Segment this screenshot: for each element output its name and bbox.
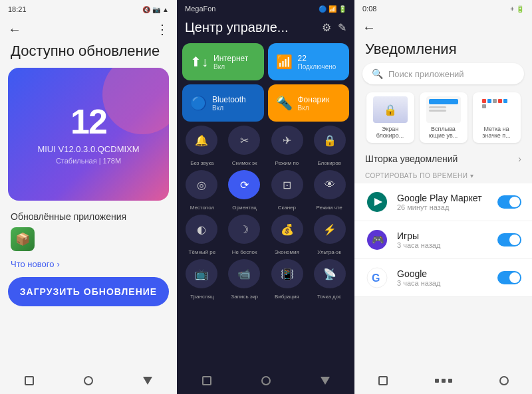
back-icon[interactable]: ← (8, 22, 21, 37)
notification-preview-row: 🔒 Экран блокиро... Всплыва ющие ув... (354, 92, 532, 151)
play-app-icon (365, 190, 389, 214)
preview-lock-screen[interactable]: 🔒 Экран блокиро... (366, 92, 414, 143)
stable-label: Стабильная | 178M (56, 157, 121, 165)
statusbar-panel1: 18:21 🔇 📷 ▲ (0, 0, 177, 19)
nav-back-icon[interactable] (143, 377, 152, 385)
time-label-p3: 0:08 (362, 5, 376, 13)
bluetooth-label: Bluetooth (212, 95, 246, 104)
download-button[interactable]: ЗАГРУЗИТЬ ОБНОВЛЕНИЕ (8, 277, 169, 306)
notification-shade-section[interactable]: Шторка уведомлений › (354, 151, 532, 168)
nav-back-icon-p2[interactable] (321, 377, 330, 385)
more-icon[interactable]: ⋮ (156, 21, 169, 37)
edit-icon[interactable]: ✎ (338, 21, 346, 34)
airplane-tile[interactable]: ✈ (271, 126, 303, 155)
panel-update: 18:21 🔇 📷 ▲ ← ⋮ Доступно обновление 12 M… (0, 0, 177, 394)
updated-section: Обновлённые приложения 📦 (0, 211, 177, 259)
small-label-row-4: Трансляц Запись экр Вибрация Точка дос (182, 294, 349, 300)
card-decoration (102, 68, 169, 134)
internet-status: Вкл (213, 63, 248, 70)
navbar-panel3 (354, 367, 532, 394)
scanner-tile[interactable]: ⊡ (271, 170, 303, 199)
app-item-play: Google Play Маркет 26 минут назад (354, 183, 532, 221)
miui-logo: 12 (70, 104, 106, 139)
search-icon: 🔍 (372, 68, 383, 79)
google-toggle[interactable] (497, 271, 521, 284)
preview-badge-label: Метка на значке п... (477, 126, 517, 139)
readingmode-tile[interactable]: 👁 (314, 170, 346, 199)
mute-label: Без звука (186, 160, 218, 166)
economy-label: Экономия (271, 249, 303, 255)
cast-tile[interactable]: 📺 (186, 259, 217, 288)
lock-tile[interactable]: 🔒 (314, 126, 346, 155)
flashlight-tile[interactable]: 🔦 Фонарик Вкл (268, 84, 350, 122)
topbar-panel1: ← ⋮ (0, 19, 177, 43)
nav-home-icon-p3[interactable] (378, 376, 388, 385)
internet-tile[interactable]: ⬆↓ Интернет Вкл (182, 43, 264, 80)
settings-icon[interactable]: ⚙ (322, 21, 331, 34)
internet-label: Интернет (213, 54, 248, 63)
dnd-tile[interactable]: ☽ (228, 215, 260, 244)
screenrecord-label: Запись экр (229, 294, 261, 300)
battery-saver-tile[interactable]: 💰 (271, 215, 303, 244)
small-label-row-3: Тёмный ре Не беспок Экономия Ультра-эк (182, 249, 349, 255)
ultra-save-tile[interactable]: ⚡ (314, 215, 346, 244)
play-app-time: 26 минут назад (397, 203, 489, 211)
location-tile[interactable]: ◎ (186, 170, 217, 199)
page-title: Доступно обновление (0, 43, 177, 68)
wifi-tile[interactable]: 📶 22 Подключено (268, 43, 350, 80)
nav-home-icon[interactable] (25, 376, 34, 385)
internet-icon: ⬆↓ (190, 54, 208, 70)
small-label-row-2: Местопол Ориентац Сканер Режим чте (182, 205, 349, 211)
status-icons-panel1: 🔇 📷 ▲ (142, 6, 169, 13)
wifi-status: Подключено (298, 63, 336, 70)
small-tile-row-2: ◎ ⟳ ⊡ 👁 (182, 170, 349, 199)
ultra-label: Ультра-эк (313, 249, 345, 255)
location-label: Местопол (186, 205, 218, 211)
screenshot-tile[interactable]: ✂ (228, 126, 260, 155)
nav-recents-icon[interactable] (84, 376, 93, 385)
sort-section: СОРТИРОВАТЬ ПО ВРЕМЕНИ ▾ (354, 168, 532, 183)
play-app-name: Google Play Маркет (397, 193, 489, 203)
nav-extras (435, 379, 452, 383)
app-item-google: G Google 3 часа назад (354, 259, 532, 297)
bluetooth-icon: 🔵 (190, 95, 207, 111)
statusbar-panel2: MegaFon 🔵 📶 🔋 (177, 0, 354, 17)
preview-lock-label: Экран блокиро... (370, 126, 410, 139)
vibration-tile[interactable]: 📳 (271, 259, 303, 288)
flashlight-status: Вкл (298, 104, 330, 112)
hotspot-tile[interactable]: 📡 (314, 259, 346, 288)
notifications-title: Уведомления (354, 41, 532, 63)
whats-new-link[interactable]: Что нового › (0, 259, 177, 277)
nav-recents-icon-p3[interactable] (499, 376, 509, 385)
search-bar[interactable]: 🔍 Поиск приложений (362, 63, 524, 84)
games-toggle[interactable] (497, 233, 521, 246)
preview-popup[interactable]: Всплыва ющие ув... (420, 92, 467, 143)
autorotate-tile[interactable]: ⟳ (228, 170, 260, 199)
tile-row-1: ⬆↓ Интернет Вкл 📶 22 Подключено (182, 43, 349, 80)
preview-badge[interactable]: Метка на значке п... (473, 92, 521, 143)
update-card: 12 MIUI V12.0.3.0.QCDMIXM Стабильная | 1… (8, 68, 169, 201)
chevron-right-icon-p3: › (518, 153, 521, 164)
bluetooth-tile[interactable]: 🔵 Bluetooth Вкл (182, 84, 264, 122)
scanner-label: Сканер (271, 205, 303, 211)
play-toggle[interactable] (497, 195, 521, 209)
panel-control-center: MegaFon 🔵 📶 🔋 Центр управле... ⚙ ✎ ⬆↓ Ин… (177, 0, 354, 394)
flashlight-label: Фонарик (298, 95, 330, 104)
svg-text:🎮: 🎮 (372, 234, 384, 246)
bluetooth-status: Вкл (212, 104, 246, 112)
small-tile-row-3: ◐ ☽ 💰 ⚡ (182, 215, 349, 244)
games-app-time: 3 часа назад (397, 241, 489, 249)
screenrecord-tile[interactable]: 📹 (228, 259, 260, 288)
mute-tile[interactable]: 🔔 (186, 126, 217, 155)
darkmode-tile[interactable]: ◐ (186, 215, 217, 244)
nav-recents-icon-p2[interactable] (261, 376, 271, 385)
nav-home-icon-p2[interactable] (202, 376, 211, 385)
search-placeholder: Поиск приложений (388, 69, 464, 79)
app-notification-list: Google Play Маркет 26 минут назад 🎮 Игры… (354, 183, 532, 367)
darkmode-label: Тёмный ре (186, 249, 218, 255)
small-label-row-1: Без звука Снимок эк Режим по Блокиров (182, 160, 349, 166)
back-icon-p3[interactable]: ← (362, 20, 376, 35)
games-app-name: Игры (397, 231, 489, 241)
airplane-label: Режим по (271, 160, 303, 166)
tile-row-2: 🔵 Bluetooth Вкл 🔦 Фонарик Вкл (182, 84, 349, 122)
